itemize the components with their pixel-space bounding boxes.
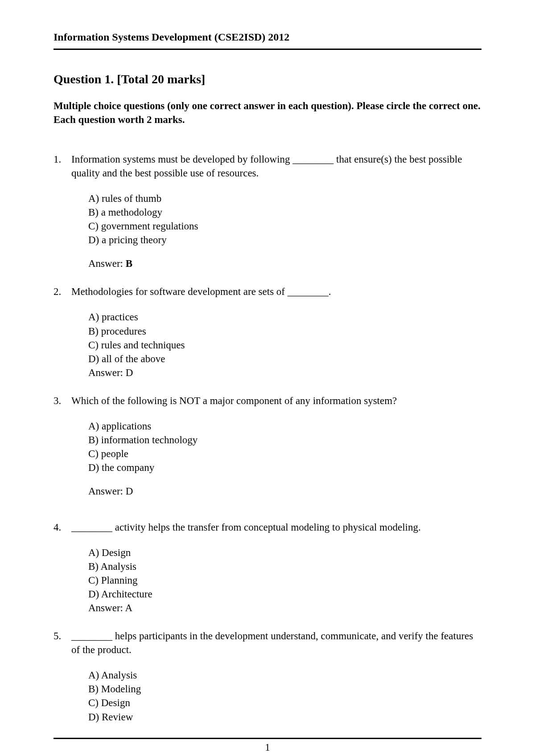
choice-a: A) practices: [88, 310, 482, 324]
choice-c: C) Design: [88, 696, 482, 710]
question-body: ________ helps participants in the devel…: [71, 629, 482, 733]
answer-line: Answer: D: [71, 484, 482, 498]
question-number: 5.: [54, 629, 71, 733]
choice-c: C) Planning: [88, 573, 482, 587]
choice-b: B) procedures: [88, 324, 482, 338]
question-item-1: 1. Information systems must be developed…: [54, 152, 482, 270]
answer-line: Answer: A: [88, 601, 482, 615]
page-header-title: Information Systems Development (CSE2ISD…: [54, 31, 482, 43]
exam-page: Information Systems Development (CSE2ISD…: [0, 0, 535, 756]
question-item-4: 4. ________ activity helps the transfer …: [54, 520, 482, 615]
header-divider: [54, 49, 482, 50]
choice-a: A) applications: [88, 419, 482, 433]
question-body: ________ activity helps the transfer fro…: [71, 520, 482, 615]
choice-list: A) Design B) Analysis C) Planning D) Arc…: [71, 546, 482, 615]
answer-line: Answer: D: [88, 366, 482, 380]
question-number: 3.: [54, 394, 71, 498]
question-list: 1. Information systems must be developed…: [54, 152, 482, 733]
choice-list: A) applications B) information technolog…: [71, 419, 482, 474]
answer-value: A: [125, 602, 132, 613]
answer-prefix: Answer:: [88, 602, 125, 613]
choice-c: C) rules and techniques: [88, 338, 482, 352]
page-number: 1: [0, 742, 535, 753]
question-number: 2.: [54, 285, 71, 379]
question-prompt: Information systems must be developed by…: [71, 152, 482, 180]
choice-d: D) a pricing theory: [88, 233, 482, 247]
question-prompt: ________ helps participants in the devel…: [71, 629, 482, 657]
choice-a: A) Analysis: [88, 668, 482, 682]
choice-a: A) Design: [88, 546, 482, 560]
choice-b: B) Modeling: [88, 682, 482, 696]
choice-c: C) people: [88, 447, 482, 461]
answer-prefix: Answer:: [88, 367, 126, 378]
choice-list: A) Analysis B) Modeling C) Design D) Rev…: [71, 668, 482, 723]
footer-divider: [54, 738, 482, 739]
choice-d: D) Review: [88, 710, 482, 724]
question-body: Information systems must be developed by…: [71, 152, 482, 270]
question-heading: Question 1. [Total 20 marks]: [54, 72, 482, 86]
choice-d: D) Architecture: [88, 587, 482, 601]
answer-value: B: [126, 258, 132, 269]
question-prompt: Methodologies for software development a…: [71, 285, 482, 298]
choice-a: A) rules of thumb: [88, 192, 482, 205]
choice-b: B) Analysis: [88, 560, 482, 573]
answer-prefix: Answer:: [88, 486, 126, 497]
choice-d: D) all of the above: [88, 352, 482, 366]
answer-line: Answer: B: [71, 257, 482, 270]
question-item-5: 5. ________ helps participants in the de…: [54, 629, 482, 733]
question-item-3: 3. Which of the following is NOT a major…: [54, 394, 482, 498]
question-body: Methodologies for software development a…: [71, 285, 482, 379]
question-number: 4.: [54, 520, 71, 615]
question-item-2: 2. Methodologies for software developmen…: [54, 285, 482, 379]
answer-prefix: Answer:: [88, 258, 126, 269]
choice-d: D) the company: [88, 461, 482, 474]
choice-b: B) information technology: [88, 433, 482, 447]
choice-list: A) rules of thumb B) a methodology C) go…: [71, 192, 482, 247]
question-number: 1.: [54, 152, 71, 270]
answer-value: D: [126, 367, 133, 378]
question-prompt: ________ activity helps the transfer fro…: [71, 520, 482, 534]
instructions: Multiple choice questions (only one corr…: [54, 99, 482, 127]
choice-list: A) practices B) procedures C) rules and …: [71, 310, 482, 379]
choice-b: B) a methodology: [88, 205, 482, 219]
answer-value: D: [126, 486, 133, 497]
choice-c: C) government regulations: [88, 219, 482, 233]
question-prompt: Which of the following is NOT a major co…: [71, 394, 482, 408]
question-body: Which of the following is NOT a major co…: [71, 394, 482, 498]
